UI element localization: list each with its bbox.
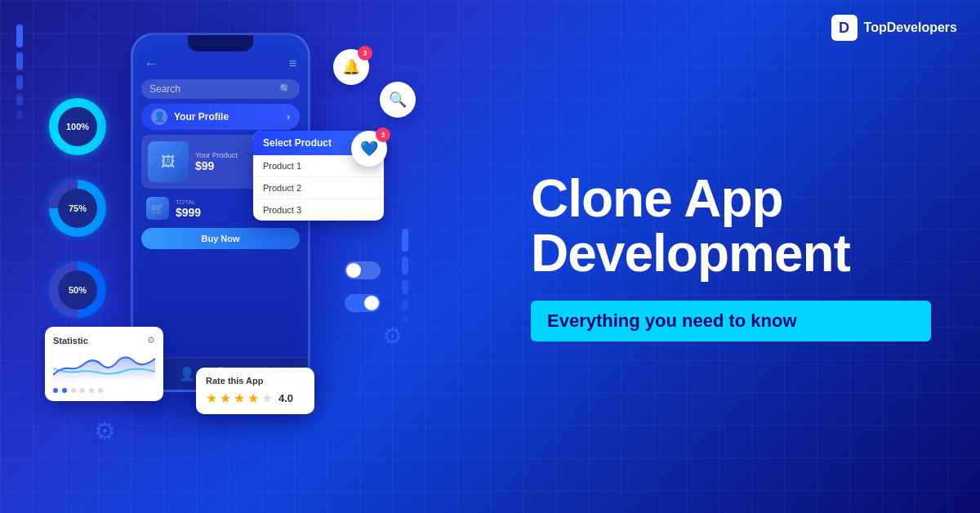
rate-title: Rate this App xyxy=(206,376,305,386)
profile-nav-icon[interactable]: 👤 xyxy=(179,366,195,381)
dot xyxy=(89,388,94,393)
stat-title: Statistic xyxy=(53,336,88,346)
phone-notch xyxy=(188,35,253,51)
gear-float-bottom-left: ⚙ xyxy=(94,417,116,445)
bar xyxy=(402,299,408,310)
toggle-thumb-on xyxy=(364,296,379,310)
profile-button[interactable]: 👤 Your Profile › xyxy=(141,104,300,130)
toggle-thumb-off xyxy=(346,263,361,278)
product-option-2[interactable]: Product 2 xyxy=(253,177,384,199)
bar xyxy=(16,52,23,70)
bell-icon: 🔔 xyxy=(342,58,360,76)
dot xyxy=(53,388,58,393)
profile-icon: 👤 xyxy=(151,109,167,125)
bar xyxy=(402,229,408,252)
star-5-empty: ★ xyxy=(261,390,273,406)
total-label: TOTAL xyxy=(176,199,201,206)
left-illustration: 100% 75% 50% ← ≡ Search 🔍 👤 Your Profile… xyxy=(0,0,506,513)
heart-icon: 💙 xyxy=(360,140,378,158)
dot xyxy=(98,388,103,393)
bell-count-badge: 3 xyxy=(358,46,372,60)
bar xyxy=(16,25,23,47)
bar xyxy=(402,315,408,323)
bar xyxy=(402,256,408,274)
bar xyxy=(16,95,23,106)
heading-line2: Development xyxy=(531,224,850,283)
bar xyxy=(16,75,23,90)
product-option-3[interactable]: Product 3 xyxy=(253,199,384,221)
rate-app-card: Rate this App ★ ★ ★ ★ ★ 4.0 xyxy=(196,368,314,414)
line-chart xyxy=(53,350,155,381)
logo-text: TopDevelopers xyxy=(864,20,957,35)
statistic-card: Statistic ⚙ xyxy=(45,327,163,401)
total-info: TOTAL $999 xyxy=(176,199,201,219)
star-4: ★ xyxy=(247,390,259,406)
stat-circle-100: 100% xyxy=(49,98,106,155)
cart-icon: 🛒 xyxy=(146,197,169,220)
stat-circle-75: 75% xyxy=(49,180,106,237)
chart-area xyxy=(53,350,155,383)
heart-badge: 💙 3 xyxy=(351,131,387,167)
dot xyxy=(80,388,85,393)
logo-icon: D xyxy=(831,15,858,41)
menu-icon: ≡ xyxy=(289,56,296,71)
toggle-switch-off[interactable] xyxy=(345,261,381,279)
dot xyxy=(71,388,76,393)
bar xyxy=(16,111,23,119)
search-circle-icon: 🔍 xyxy=(389,91,407,109)
logo: D TopDevelopers xyxy=(831,15,957,41)
search-badge: 🔍 xyxy=(380,82,416,118)
profile-arrow-icon: › xyxy=(287,111,290,123)
profile-label: Your Profile xyxy=(174,111,229,123)
main-heading: Clone App Development xyxy=(531,172,931,281)
subheading-text: Everything you need to know xyxy=(547,310,797,331)
heading-line1: Clone App xyxy=(531,169,783,228)
buy-now-button[interactable]: Buy Now xyxy=(141,228,300,249)
gear-icon: ⚙ xyxy=(147,335,155,346)
phone-search-bar[interactable]: Search 🔍 xyxy=(141,79,300,99)
stat-card-header: Statistic ⚙ xyxy=(53,335,155,346)
toggle-off[interactable] xyxy=(345,261,381,279)
dot xyxy=(62,388,67,393)
bar xyxy=(402,279,408,294)
vert-bars-right xyxy=(402,229,408,323)
stars-row: ★ ★ ★ ★ ★ 4.0 xyxy=(206,390,305,406)
gear-float-right: ⚙ xyxy=(382,323,403,350)
star-3: ★ xyxy=(234,390,245,406)
phone-header: ← ≡ xyxy=(133,51,308,76)
star-1: ★ xyxy=(206,390,217,406)
image-placeholder-icon: 🖼 xyxy=(161,154,176,171)
rating-number: 4.0 xyxy=(278,392,293,404)
vert-bars-left xyxy=(16,25,23,119)
product-image: 🖼 xyxy=(148,141,189,182)
chart-dots xyxy=(53,388,155,393)
bell-badge: 🔔 3 xyxy=(333,49,369,85)
toggle-on[interactable] xyxy=(345,294,381,312)
stat-circle-50: 50% xyxy=(49,261,106,319)
search-icon: 🔍 xyxy=(279,83,292,95)
select-product-title: Select Product xyxy=(263,137,332,149)
right-content: Clone App Development Everything you nee… xyxy=(506,0,980,513)
total-amount: $999 xyxy=(176,206,201,219)
search-placeholder: Search xyxy=(149,83,180,95)
back-arrow-icon: ← xyxy=(145,56,158,71)
heart-count-badge: 3 xyxy=(376,127,390,142)
subheading-box: Everything you need to know xyxy=(531,301,931,341)
star-2: ★ xyxy=(220,390,231,406)
toggle-switch-on[interactable] xyxy=(345,294,381,312)
